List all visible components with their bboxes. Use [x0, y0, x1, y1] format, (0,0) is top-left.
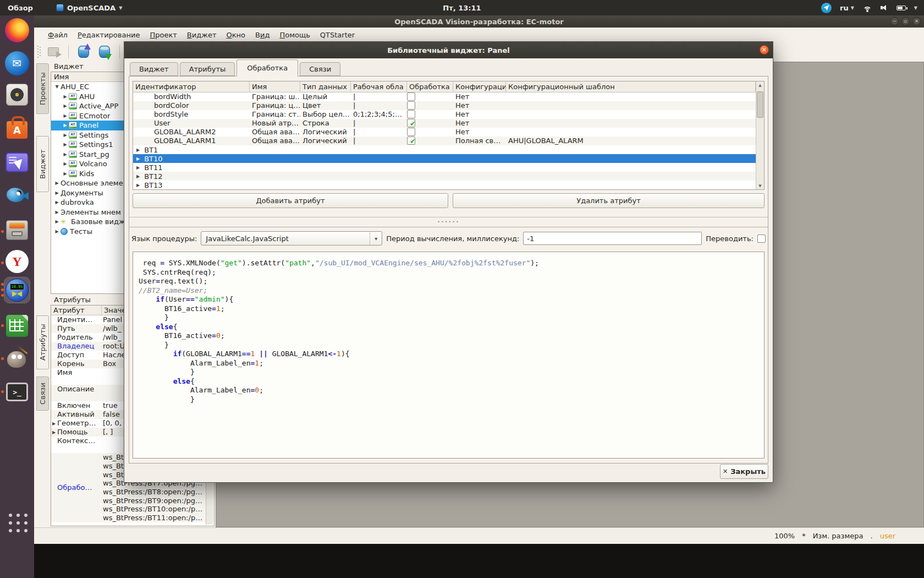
attr-config-row-BT10[interactable]: ▶BT10 [133, 154, 756, 163]
column-header[interactable]: Рабочая обла [351, 81, 407, 92]
expand-arrow-icon[interactable]: ▶ [136, 146, 140, 154]
expand-arrow-icon[interactable]: ▶ [53, 200, 61, 205]
expand-arrow-icon[interactable]: ▶ [62, 142, 69, 147]
expand-arrow-icon[interactable]: ▶ [62, 161, 69, 166]
battery-icon[interactable] [897, 6, 906, 10]
column-header[interactable]: Конфигурационный шаблон [506, 81, 756, 92]
expand-arrow-icon[interactable]: ▶ [62, 103, 69, 108]
expand-arrow-icon[interactable]: ▶ [53, 219, 61, 224]
expand-arrow-icon[interactable]: ▶ [136, 163, 140, 172]
window-minimize-button[interactable]: ─ [890, 17, 899, 25]
remove-attribute-button[interactable]: Удалить атрибут [453, 193, 765, 208]
menu-Вид[interactable]: Вид [250, 29, 274, 41]
launcher-remote-viewer[interactable] [4, 150, 30, 175]
expand-arrow-icon[interactable]: ▶ [62, 152, 69, 157]
expand-arrow-icon[interactable]: ▶ [62, 133, 69, 138]
attr-config-row-GLOBAL_ALARM2[interactable]: GLOBAL_ALARM2Общая ава…Логический|Нет [133, 128, 756, 137]
window-maximize-button[interactable]: ▫ [901, 17, 910, 25]
user-indicator[interactable]: user [880, 532, 895, 540]
expand-arrow-icon[interactable]: ▶ [52, 430, 56, 435]
close-dialog-button[interactable]: ✕ Закрыть [720, 464, 768, 479]
expand-arrow-icon[interactable]: ▶ [53, 210, 61, 215]
attr-config-row-BT12[interactable]: ▶BT12 [133, 172, 756, 181]
launcher-rhythmbox[interactable] [4, 82, 30, 107]
splitter-handle[interactable]: •••••• [129, 219, 768, 225]
procedure-code-editor[interactable]: req = SYS.XMLNode("get").setAttr("path",… [133, 252, 765, 459]
expand-arrow-icon[interactable]: ▶ [52, 421, 56, 426]
menu-Виджет[interactable]: Виджет [182, 29, 222, 41]
launcher-thunderbird[interactable]: ✉ [4, 51, 30, 76]
side-tab-widget[interactable]: Виджет [36, 136, 49, 192]
clock[interactable]: Пт, 13:11 [443, 4, 481, 12]
expand-arrow-icon[interactable]: ▶ [53, 190, 61, 195]
save-to-db-button[interactable] [96, 43, 113, 60]
column-header[interactable]: Конфигураци [453, 81, 506, 92]
launcher-firefox[interactable] [4, 18, 30, 43]
dialog-close-icon[interactable]: ✕ [760, 45, 769, 54]
attr-config-row-BT1[interactable]: ▶BT1 [133, 145, 756, 154]
dialog-tab-Виджет[interactable]: Виджет [130, 62, 178, 76]
expand-arrow-icon[interactable]: ▶ [136, 155, 140, 163]
expand-arrow-icon[interactable]: ▶ [136, 181, 140, 189]
window-titlebar[interactable]: OpenSCADA Vision-разработка: EC-motor ─ … [34, 15, 924, 28]
dialog-titlebar[interactable]: Библиотечный виджет: Panel ✕ [124, 42, 773, 58]
activities-button[interactable]: Обзор [8, 4, 33, 12]
scroll-down-icon[interactable]: ▼ [756, 182, 764, 189]
launcher-gimp[interactable] [4, 346, 30, 372]
menu-Помощь[interactable]: Помощь [274, 29, 315, 41]
expand-arrow-icon[interactable]: ▶ [62, 123, 69, 128]
attr-config-row-BT11[interactable]: ▶BT11 [133, 163, 756, 172]
column-header[interactable]: Идентификатор [133, 81, 250, 92]
dialog-tab-Обработка[interactable]: Обработка [237, 59, 298, 77]
expand-arrow-icon[interactable]: ▶ [62, 113, 69, 118]
side-tab-projects[interactable]: Проекты [36, 63, 49, 114]
translate-checkbox[interactable] [757, 235, 766, 243]
wifi-icon[interactable] [862, 4, 872, 12]
menu-Файл[interactable]: Файл [43, 29, 73, 41]
launcher-terminal[interactable]: >_ [4, 379, 30, 405]
menu-Редактирование[interactable]: Редактирование [73, 29, 145, 41]
expand-arrow-icon[interactable]: ▶ [62, 94, 69, 99]
launcher-archive[interactable] [4, 217, 30, 243]
scrollbar-thumb[interactable] [757, 91, 763, 118]
window-close-button[interactable]: ✕ [912, 17, 921, 25]
scroll-up-icon[interactable]: ▲ [756, 81, 764, 89]
attr-config-row-GLOBAL_ALARM1[interactable]: GLOBAL_ALARM1Общая ава…Логический|✔Полна… [133, 137, 756, 145]
dialog-tab-Связи[interactable]: Связи [300, 62, 340, 76]
expand-arrow-icon[interactable]: ▼ [53, 84, 61, 89]
add-attribute-button[interactable]: Добавить атрибут [133, 193, 448, 208]
expand-arrow-icon[interactable]: ▶ [53, 181, 61, 186]
volume-icon[interactable] [881, 4, 888, 11]
dialog-table-header[interactable]: ИдентификаторИмяТип данныхРабочая облаОб… [133, 81, 756, 92]
attr-config-row-User[interactable]: UserНовый атр…Строка|✔Нет [133, 119, 756, 128]
attr-config-row-BT13[interactable]: ▶BT13 [133, 181, 756, 189]
expand-arrow-icon[interactable]: ▶ [62, 171, 69, 176]
launcher-software[interactable]: A [4, 115, 30, 140]
attr-config-row-bordColor[interactable]: bordColorГраница: ц…Цвет|Нет [133, 101, 756, 110]
show-applications-button[interactable] [9, 514, 28, 532]
keyboard-layout-indicator[interactable]: ru ▼ [840, 4, 854, 12]
side-tab-links[interactable]: Связи [36, 377, 49, 411]
toolbar-handle[interactable] [37, 46, 41, 58]
run-project-button[interactable] [45, 43, 62, 60]
attr-config-row-bordWidth[interactable]: bordWidthГраница: ш…Целый|Нет [133, 92, 756, 101]
launcher-openscada[interactable]: 10.95 [4, 277, 30, 303]
menu-QTStarter[interactable]: QTStarter [315, 29, 360, 41]
launcher-bluefish[interactable] [4, 183, 30, 208]
menu-Окно[interactable]: Окно [221, 29, 250, 41]
column-header[interactable]: Имя [250, 81, 300, 92]
column-header[interactable]: Тип данных [300, 81, 351, 92]
expand-arrow-icon[interactable]: ▶ [136, 172, 140, 181]
telegram-icon[interactable] [821, 3, 832, 13]
launcher-libreoffice-calc[interactable] [4, 313, 30, 339]
expand-arrow-icon[interactable]: ▶ [53, 229, 61, 234]
load-from-db-button[interactable] [75, 43, 92, 60]
procedure-language-select[interactable]: JavaLikeCalc.JavaScript ▾ [201, 231, 382, 246]
calc-period-input[interactable]: -1 [523, 232, 702, 245]
app-menu[interactable]: OpenSCADA ▼ [56, 4, 122, 12]
chevron-down-icon[interactable]: ▼ [914, 6, 917, 10]
column-header[interactable]: Обработка [407, 81, 453, 92]
attr-config-row-bordStyle[interactable]: bordStyleГраница: ст…Выбор цел…0;1;2;3;4… [133, 110, 756, 119]
launcher-yandex[interactable]: Y [4, 249, 30, 274]
side-tab-attributes[interactable]: Атрибуты [36, 315, 49, 369]
